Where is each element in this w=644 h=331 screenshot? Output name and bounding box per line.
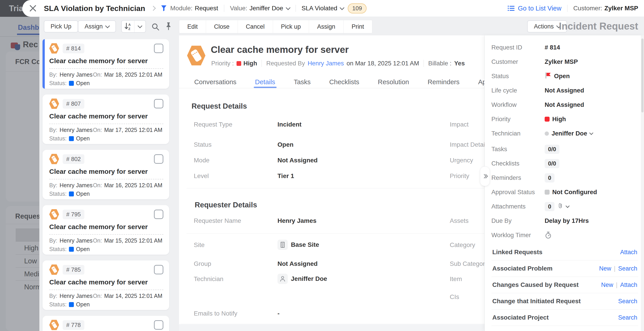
attach-link[interactable]: Attach — [620, 249, 637, 256]
technician-dropdown[interactable]: Jeniffer Doe — [545, 130, 593, 137]
chevron-down-icon[interactable] — [286, 5, 290, 10]
search-icon[interactable] — [151, 23, 160, 32]
incident-icon — [49, 209, 59, 219]
assign-button[interactable]: Assign — [309, 20, 344, 33]
scrollbar-thumb[interactable] — [641, 39, 644, 112]
toolbar: Pick Up Assign A Z Edit — [40, 17, 644, 35]
request-id-badge: # 795 — [63, 210, 84, 219]
divider — [180, 324, 485, 324]
cancel-button[interactable]: Cancel — [238, 20, 273, 33]
request-title[interactable]: Clear cache memory for server — [49, 112, 163, 120]
field-value: Open — [278, 141, 294, 148]
request-card[interactable]: # 802 Clear cache memory for server By:H… — [42, 150, 169, 199]
paperclip-icon[interactable] — [557, 202, 564, 211]
requester-name: Henry James — [60, 293, 92, 299]
request-card[interactable]: # 795 Clear cache memory for server By:H… — [42, 205, 169, 255]
close-icon[interactable] — [29, 5, 37, 12]
chevron-down-icon — [105, 23, 110, 28]
status-value[interactable]: Open — [545, 72, 570, 81]
field-label: Emails to Notify — [194, 310, 238, 317]
tasks-count-badge[interactable]: 0/0 — [545, 145, 560, 154]
section-heading-requester-details: Requester Details — [195, 201, 257, 209]
request-checkbox[interactable] — [154, 99, 163, 108]
search-link[interactable]: Search — [618, 314, 637, 321]
close-button[interactable]: Close — [206, 20, 238, 33]
search-link[interactable]: Search — [618, 265, 637, 272]
search-link[interactable]: Search — [618, 298, 637, 305]
property-row: Checklists 0/0 — [492, 156, 638, 171]
edit-button[interactable]: Edit — [179, 20, 206, 33]
go-to-list-view-button[interactable]: Go to List View — [508, 5, 562, 12]
divider — [567, 5, 568, 12]
collapse-panel-handle[interactable] — [480, 166, 490, 186]
request-title[interactable]: Clear cache memory for server — [49, 168, 163, 175]
request-title[interactable]: Clear cache memory for server — [49, 57, 163, 65]
list-view-icon — [508, 5, 515, 12]
priority-value: High — [545, 116, 566, 123]
print-button[interactable]: Print — [344, 20, 372, 33]
status-color-icon — [69, 191, 74, 196]
field-label: Assets — [450, 217, 468, 224]
filter-funnel-icon — [160, 5, 167, 12]
field-value: Not Assigned — [278, 260, 318, 267]
field-label: Requester Name — [194, 217, 241, 224]
request-card[interactable]: # 814 Clear cache memory for server By:H… — [42, 39, 169, 89]
request-id-badge: # 802 — [63, 154, 84, 164]
property-row: Attachments 0 — [492, 199, 638, 214]
new-link[interactable]: New — [599, 265, 611, 272]
requester-link[interactable]: Henry James — [308, 60, 344, 67]
pick-up-button[interactable]: Pick up — [273, 20, 309, 33]
svg-text:A: A — [128, 23, 131, 27]
property-row: Life cycle Not Assigned — [492, 83, 638, 98]
sort-options-chevron[interactable] — [134, 26, 146, 28]
tab-conversations[interactable]: Conversations — [194, 76, 236, 88]
sort-az-icon[interactable]: A Z — [122, 21, 134, 32]
chevron-down-icon — [589, 131, 593, 135]
property-row: Request ID # 814 — [492, 40, 638, 55]
pick-up-button[interactable]: Pick Up — [44, 20, 78, 33]
requester-name: Henry James — [60, 237, 92, 244]
request-checkbox[interactable] — [154, 154, 163, 164]
request-title[interactable]: Clear cache memory for server — [49, 223, 163, 231]
field-value: Tier 1 — [278, 172, 294, 180]
link-row: Change that Initiated Request Search — [492, 293, 638, 309]
attach-link[interactable]: Attach — [620, 281, 637, 288]
request-card[interactable]: # 807 Clear cache memory for server By:H… — [42, 95, 169, 144]
chevron-down-icon[interactable] — [340, 5, 344, 10]
checklists-count-badge[interactable]: 0/0 — [545, 159, 560, 168]
new-link[interactable]: New — [601, 281, 613, 288]
chevron-down-icon[interactable] — [566, 204, 570, 208]
tab-resolution[interactable]: Resolution — [378, 76, 409, 88]
property-row: Approval Status Not Configured — [492, 185, 638, 199]
tab-details[interactable]: Details — [255, 76, 275, 88]
tab-tasks[interactable]: Tasks — [294, 76, 310, 88]
tab-reminders[interactable]: Reminders — [428, 76, 460, 88]
divider — [49, 179, 163, 179]
created-date: Mar 17, 2025 12:01 AM — [104, 127, 162, 133]
worklog-timer-icon[interactable] — [545, 231, 552, 239]
reminders-count-badge[interactable]: 0 — [545, 173, 554, 183]
tab-checklists[interactable]: Checklists — [329, 76, 359, 88]
field-label: Impact — [450, 121, 468, 128]
value-selected[interactable]: Jeniffer Doe — [250, 5, 283, 12]
field-label: Request Type — [194, 121, 232, 128]
request-checkbox[interactable] — [154, 210, 163, 219]
scrollbar[interactable] — [641, 35, 644, 331]
sort-control[interactable]: A Z — [121, 20, 146, 33]
request-list: # 814 Clear cache memory for server By:H… — [40, 35, 179, 331]
divider — [49, 124, 163, 124]
page-title: SLA Violation by Technician — [44, 4, 145, 13]
field-label: Technician — [194, 275, 223, 283]
assign-dropdown-button[interactable]: Assign — [78, 20, 116, 33]
request-card[interactable]: # 785 Clear cache memory for server By:H… — [42, 260, 169, 310]
request-checkbox[interactable] — [154, 320, 163, 330]
module-label: Module: — [170, 5, 193, 12]
request-checkbox[interactable] — [154, 265, 163, 274]
request-card[interactable]: # 778 — [42, 316, 169, 331]
attachments-count-badge[interactable]: 0 — [545, 202, 554, 211]
request-checkbox[interactable] — [154, 44, 163, 53]
pin-icon[interactable] — [165, 22, 172, 32]
sla-filter[interactable]: SLA Violated — [302, 5, 338, 12]
request-title[interactable]: Clear cache memory for server — [49, 278, 163, 286]
site-building-icon — [278, 240, 288, 250]
